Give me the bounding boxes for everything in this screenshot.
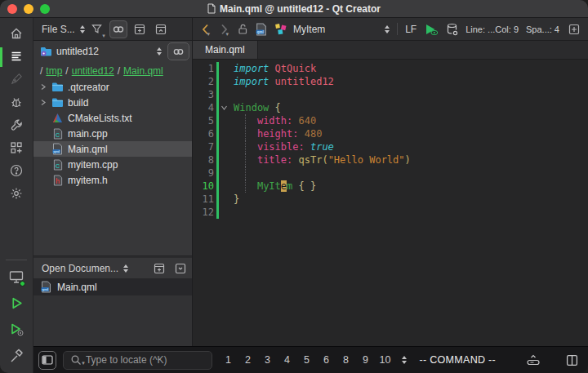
output-pane-button-3[interactable]: 3: [258, 354, 278, 366]
code-line[interactable]: 7 visible: true: [193, 140, 588, 153]
open-documents-selector[interactable]: Open Documen...: [42, 263, 118, 274]
run-debug-button[interactable]: [0, 317, 33, 344]
code-editor[interactable]: 1import QtQuick2import untitled1234Windo…: [193, 60, 588, 346]
tree-item-build[interactable]: build: [33, 95, 192, 110]
svg-text:C: C: [55, 162, 60, 169]
header-file-icon: h: [51, 175, 64, 186]
extensions-mode-button[interactable]: [0, 137, 33, 160]
traffic-lights: [7, 4, 50, 14]
breadcrumb-link[interactable]: Main.qml: [123, 65, 163, 77]
panel-selector-stepper[interactable]: [80, 25, 85, 33]
zoom-icon[interactable]: [40, 4, 50, 14]
output-pane-button-10[interactable]: 10: [376, 354, 395, 366]
code-text: Window {: [229, 101, 281, 114]
output-pane-button-4[interactable]: 4: [278, 354, 297, 366]
expand-chevron-icon[interactable]: [38, 83, 47, 91]
open-documents-stepper[interactable]: [123, 264, 128, 273]
output-pane-button-2[interactable]: 2: [238, 354, 258, 366]
minimize-icon[interactable]: [24, 4, 33, 14]
open-document-item[interactable]: qmlMain.qml: [33, 278, 192, 295]
code-line[interactable]: 8 title: qsTr("Hello World"): [193, 153, 588, 167]
file-tree: .qtcreatorbuildCMakeLists.txtCmain.cppqm…: [33, 79, 192, 188]
output-pane-button-8[interactable]: 8: [336, 354, 356, 366]
symbol-name: MyItem: [293, 24, 325, 35]
fold-column: [219, 88, 229, 101]
code-line[interactable]: 4Window {: [193, 101, 588, 114]
output-pane-buttons: 1234568910: [219, 354, 395, 366]
code-text: import untitled12: [229, 75, 334, 88]
code-line[interactable]: 11}: [193, 193, 588, 206]
output-pane-button-9[interactable]: 9: [356, 354, 376, 366]
breadcrumb: /tmp/untitled12/Main.qml: [33, 62, 192, 79]
tree-item-label: myitem.cpp: [68, 159, 118, 171]
tree-item-label: main.cpp: [68, 128, 108, 140]
split-panel-icon[interactable]: [131, 20, 149, 38]
svg-text:qml: qml: [42, 287, 48, 291]
edit-mode-button[interactable]: [0, 46, 33, 69]
design-pen-icon: [10, 72, 24, 88]
project-selector[interactable]: untitled12: [56, 46, 99, 57]
output-pane-button-5[interactable]: 5: [297, 354, 317, 366]
output-pane-stepper[interactable]: [402, 356, 407, 364]
close-panel-icon[interactable]: [172, 260, 189, 278]
kit-selector-button[interactable]: [0, 265, 33, 291]
preferences-button[interactable]: [0, 183, 33, 206]
code-line[interactable]: 9: [193, 167, 588, 180]
document-stepper[interactable]: [385, 25, 390, 33]
code-line[interactable]: 10 MyItem { }: [193, 180, 588, 193]
tree-item-myitem-cpp[interactable]: Cmyitem.cpp: [33, 157, 192, 172]
line-number: 8: [193, 153, 214, 167]
code-line[interactable]: 12: [193, 206, 588, 219]
tree-item-cmakelists-txt[interactable]: CMakeLists.txt: [33, 110, 192, 126]
code-line[interactable]: 2import untitled12: [193, 75, 588, 88]
filter-icon[interactable]: ▾: [88, 20, 106, 38]
run-button[interactable]: [0, 291, 33, 317]
indent-setting[interactable]: Spa...: 4: [526, 24, 559, 34]
qml-file-icon: qml: [51, 143, 64, 155]
code-line[interactable]: 5 width: 640: [193, 114, 588, 127]
help-mode-button[interactable]: [0, 160, 33, 183]
line-number: 11: [193, 193, 214, 206]
sync-root-icon[interactable]: [167, 42, 189, 60]
symbol-selector[interactable]: MyItem: [274, 23, 325, 36]
build-button[interactable]: [0, 344, 33, 370]
tree-item-main-qml[interactable]: qmlMain.qml: [33, 141, 192, 157]
right-panel-icon[interactable]: [566, 354, 578, 366]
database-icon[interactable]: [446, 23, 458, 36]
fold-column: [219, 180, 229, 193]
output-pane-button-1[interactable]: 1: [219, 354, 238, 366]
tree-item--qtcreator[interactable]: .qtcreator: [33, 79, 192, 95]
open-documents-header: Open Documen...: [33, 258, 192, 278]
output-pane-button-6[interactable]: 6: [317, 354, 336, 366]
code-line[interactable]: 6 height: 480: [193, 127, 588, 140]
back-button[interactable]: ▾: [199, 22, 211, 37]
svg-text:qml: qml: [256, 29, 263, 33]
code-line[interactable]: 1import QtQuick: [193, 62, 588, 75]
locator-input[interactable]: [86, 354, 192, 366]
live-preview-icon[interactable]: [424, 23, 439, 36]
split-editor-icon[interactable]: [567, 20, 581, 38]
tree-item-main-cpp[interactable]: Cmain.cpp: [33, 126, 192, 141]
breadcrumb-link[interactable]: tmp: [46, 65, 62, 77]
line-ending-selector[interactable]: LF: [405, 24, 416, 35]
tree-item-myitem-h[interactable]: hmyitem.h: [33, 172, 192, 188]
panel-selector[interactable]: File S...: [42, 24, 75, 35]
hide-panel-icon[interactable]: [152, 20, 170, 38]
expand-chevron-icon[interactable]: [38, 99, 47, 106]
code-line[interactable]: 3: [193, 88, 588, 101]
line-number: 10: [193, 180, 214, 193]
welcome-mode-button[interactable]: [0, 23, 33, 46]
expand-output-icon[interactable]: [526, 354, 541, 366]
close-icon[interactable]: [7, 4, 17, 14]
sidebar-toggle-icon[interactable]: [38, 351, 56, 370]
sync-link-icon[interactable]: [109, 20, 127, 38]
split-panel-icon[interactable]: [150, 260, 168, 278]
locator[interactable]: ▾: [63, 351, 212, 370]
project-stepper[interactable]: [157, 47, 162, 56]
toolbar-divider: [397, 23, 398, 35]
fold-marker-icon[interactable]: [219, 101, 229, 114]
tab-main-qml[interactable]: Main.qml: [193, 41, 258, 59]
projects-mode-button[interactable]: [0, 114, 33, 137]
debug-mode-button[interactable]: [0, 91, 33, 114]
breadcrumb-link[interactable]: untitled12: [72, 65, 114, 77]
